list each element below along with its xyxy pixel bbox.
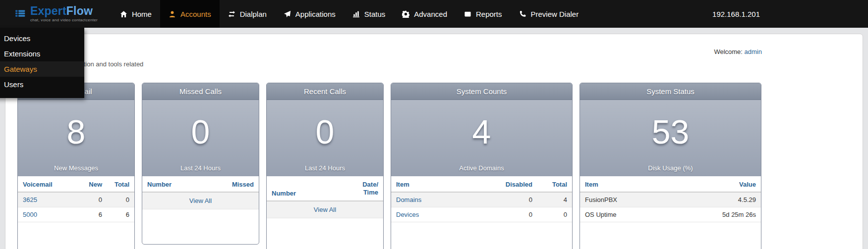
nav-item-applications[interactable]: Applications <box>275 0 344 28</box>
card-caption: Disk Usage (%) <box>580 164 761 172</box>
table-row: OS Uptime 5d 25m 26s <box>580 207 761 222</box>
card-title: System Counts <box>391 83 572 100</box>
table-row: Devices 0 0 <box>391 207 572 222</box>
nav-item-home[interactable]: Home <box>112 0 160 28</box>
card-value: 0 <box>142 100 259 149</box>
dashboard-cards: Voicemail 8 New Messages Voicemail New T… <box>17 83 762 249</box>
nav-item-label: Reports <box>476 10 502 18</box>
page-header: Dashboard Quickly access information and… <box>17 44 762 68</box>
card-system-counts: System Counts 4 Active Domains Item Disa… <box>391 83 573 249</box>
phone-icon <box>519 10 526 18</box>
main-menu: Home Accounts Devices Extensions Gateway… <box>112 0 587 28</box>
dialplan-icon <box>228 10 235 18</box>
card-hero: 8 New Messages <box>18 100 134 176</box>
nav-item-label: Home <box>132 10 152 18</box>
column-header: Number <box>142 176 203 192</box>
card-value: 53 <box>580 100 761 149</box>
table-row: 5000 6 6 <box>18 207 134 222</box>
table-cell: 0 <box>107 192 134 207</box>
table-cell: 6 <box>107 207 134 222</box>
system-counts-table: Item Disabled Total Domains 0 4 Devices <box>391 176 572 222</box>
nav-item-label: Status <box>364 10 386 18</box>
system-status-table: Item Value FusionPBX 4.5.29 OS Uptime 5d… <box>580 176 761 222</box>
nav-item-dialplan[interactable]: Dialplan <box>220 0 275 28</box>
nav-item-label: Dialplan <box>240 10 267 18</box>
nav-item-status[interactable]: Status <box>344 0 394 28</box>
domains-link[interactable]: Domains <box>396 196 421 203</box>
column-header: Total <box>107 176 134 192</box>
table-cell: 5d 25m 26s <box>669 207 761 222</box>
card-system-status: System Status 53 Disk Usage (%) Item Val… <box>579 83 761 249</box>
menu-item-extensions[interactable]: Extensions <box>0 46 84 61</box>
gear-icon <box>402 10 409 18</box>
table-cell: 4.5.29 <box>669 192 761 207</box>
nav-item-accounts[interactable]: Accounts <box>160 0 220 28</box>
view-all-link[interactable]: View All <box>189 197 212 204</box>
card-caption: Active Domains <box>391 164 572 172</box>
card-title: System Status <box>580 83 761 100</box>
card-hero: 4 Active Domains <box>391 100 572 176</box>
expertflow-logo[interactable]: ExpertFlow chat, voice and video contact… <box>0 0 112 28</box>
voicemail-box-link[interactable]: 3625 <box>23 196 37 203</box>
table-row: FusionPBX 4.5.29 <box>580 192 761 207</box>
nav-item-label: Accounts <box>180 10 211 18</box>
table-cell: 0 <box>537 207 572 222</box>
voicemail-box-link[interactable]: 5000 <box>23 211 37 218</box>
paper-plane-icon <box>284 10 291 18</box>
column-header: Value <box>669 176 761 192</box>
card-recent-calls: Recent Calls 0 Last 24 Hours Number Date… <box>266 83 384 249</box>
card-caption: Last 24 Hours <box>267 164 383 172</box>
card-hero: 0 Last 24 Hours <box>142 100 259 176</box>
recent-calls-table: Number Date/ Time View All <box>267 176 383 218</box>
expertflow-logo-icon <box>15 8 26 20</box>
menu-item-devices[interactable]: Devices <box>0 31 84 46</box>
devices-link[interactable]: Devices <box>396 211 419 218</box>
table-cell: 4 <box>537 192 572 207</box>
column-header: Date/ Time <box>356 176 383 201</box>
column-header: Voicemail <box>18 176 80 192</box>
table-cell: 0 <box>493 207 537 222</box>
voicemail-table: Voicemail New Total 3625 0 0 5000 <box>18 176 134 222</box>
nav-item-preview-dialer[interactable]: Preview Dialer <box>511 0 587 28</box>
card-title: Recent Calls <box>267 83 383 100</box>
table-row: View All <box>267 201 383 218</box>
nav-item-reports[interactable]: Reports <box>456 0 511 28</box>
accounts-dropdown: Devices Extensions Gateways Users <box>0 28 84 98</box>
column-header: Item <box>580 176 669 192</box>
bar-chart-icon <box>352 10 360 18</box>
welcome-text: Welcome: admin <box>714 48 762 55</box>
welcome-user-link[interactable]: admin <box>745 48 762 55</box>
table-cell: OS Uptime <box>580 207 669 222</box>
card-hero: 0 Last 24 Hours <box>267 100 383 176</box>
card-voicemail: Voicemail 8 New Messages Voicemail New T… <box>17 83 135 249</box>
column-header: Disabled <box>493 176 537 192</box>
table-row: View All <box>142 192 259 209</box>
column-header: New <box>80 176 107 192</box>
brand-tagline: chat, voice and video contactcenter <box>30 18 98 22</box>
card-value: 4 <box>391 100 572 149</box>
column-header: Total <box>537 176 572 192</box>
column-header: Missed <box>203 176 259 192</box>
reports-icon <box>464 10 471 18</box>
card-value: 0 <box>267 100 383 149</box>
menu-item-gateways[interactable]: Gateways <box>0 61 84 77</box>
menu-item-users[interactable]: Users <box>0 77 84 92</box>
nav-item-advanced[interactable]: Advanced <box>394 0 456 28</box>
column-header: Item <box>391 176 493 192</box>
table-cell: 6 <box>80 207 107 222</box>
brand-name: ExpertFlow <box>30 4 93 17</box>
server-ip-address: 192.168.1.201 <box>712 10 760 18</box>
view-all-link[interactable]: View All <box>314 206 336 213</box>
card-caption: Last 24 Hours <box>142 164 259 172</box>
top-nav: ExpertFlow chat, voice and video contact… <box>0 0 868 28</box>
missed-calls-table: Number Missed View All <box>142 176 259 209</box>
table-cell: FusionPBX <box>580 192 669 207</box>
column-header: Number <box>267 176 356 201</box>
user-icon <box>169 10 176 18</box>
table-cell: 0 <box>80 192 107 207</box>
card-caption: New Messages <box>18 164 134 172</box>
card-missed-calls: Missed Calls 0 Last 24 Hours Number Miss… <box>142 83 259 245</box>
content-panel: Dashboard Quickly access information and… <box>5 34 863 249</box>
table-row: Domains 0 4 <box>391 192 572 207</box>
nav-item-label: Advanced <box>414 10 447 18</box>
